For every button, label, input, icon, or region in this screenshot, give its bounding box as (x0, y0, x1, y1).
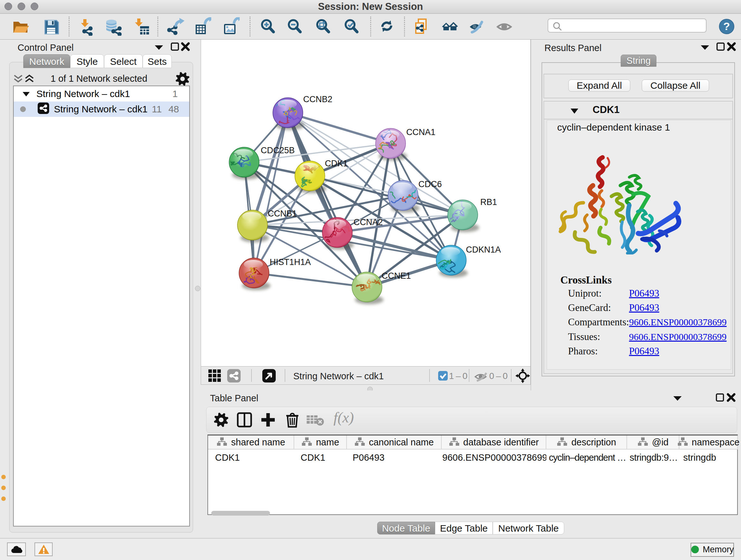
svg-text:?: ? (724, 20, 730, 32)
svg-text:RB1: RB1 (480, 197, 497, 207)
svg-text:CDKN1A: CDKN1A (466, 245, 501, 254)
svg-text:CCNA1: CCNA1 (406, 127, 435, 137)
svg-text:CDC25B: CDC25B (261, 145, 295, 155)
svg-text:CCNB2: CCNB2 (303, 95, 333, 104)
svg-text:HIST1H1A: HIST1H1A (270, 257, 311, 267)
svg-text:CDC6: CDC6 (418, 179, 442, 189)
svg-text:CCNA2: CCNA2 (354, 217, 383, 227)
svg-text:CCNB1: CCNB1 (268, 209, 297, 219)
svg-text:CCNE1: CCNE1 (382, 271, 411, 281)
svg-text:CDK1: CDK1 (325, 159, 348, 168)
